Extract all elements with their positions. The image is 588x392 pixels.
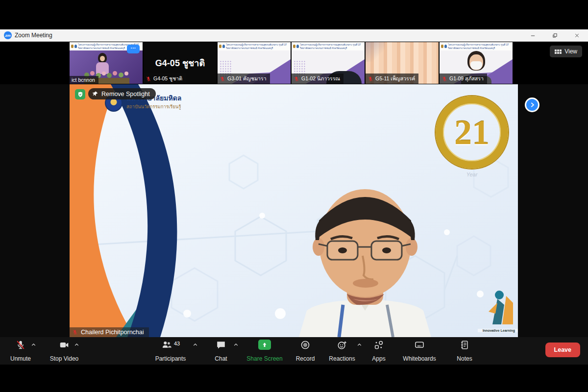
share-screen-icon — [258, 340, 271, 350]
view-button[interactable]: View — [550, 46, 582, 57]
share-screen-button[interactable]: Share Screen — [240, 340, 289, 362]
apps-icon — [373, 340, 384, 350]
video-tile[interactable]: G4-05 ชูชาติ G4-05 ชูชาติ — [144, 42, 217, 84]
pin-icon — [92, 91, 98, 97]
unmute-label: Unmute — [10, 355, 31, 362]
banner-logo-icon — [222, 45, 225, 48]
participant-name-tag: G5-11 เพ็ญสวรรค์ — [366, 74, 418, 84]
apps-label: Apps — [372, 355, 385, 362]
notes-label: Notes — [457, 355, 472, 362]
reactions-button[interactable]: Reactions — [324, 340, 360, 362]
participant-name-tag: G1-02 นิภาวรรณ — [292, 74, 343, 84]
banner-logo-icon — [444, 45, 447, 48]
window-titlebar: zm Zoom Meeting — [0, 29, 588, 42]
participant-name: G1-02 นิภาวรรณ — [301, 74, 340, 83]
reactions-label: Reactions — [329, 355, 355, 362]
notes-button[interactable]: Notes — [449, 340, 480, 362]
video-tile-presenter[interactable]: โครงการอบรมผู้บริหารการสาธารณสุขระดับกลา… — [70, 42, 143, 84]
notes-icon — [459, 340, 470, 350]
camera-icon — [59, 340, 70, 350]
meeting-window: โครงการอบรมผู้บริหารการสาธารณสุขระดับกลา… — [0, 42, 588, 365]
banner-text-line1: โครงการอบรมผู้บริหารการสาธารณสุขระดับกลา… — [226, 43, 287, 46]
slide-banner: โครงการอบรมผู้บริหารการสาธารณสุขระดับกลา… — [218, 42, 291, 50]
stop-video-label: Stop Video — [50, 355, 79, 362]
video-filmstrip: โครงการอบรมผู้บริหารการสาธารณสุขระดับกลา… — [0, 42, 588, 84]
participant-name: G5-11 เพ็ญสวรรค์ — [375, 74, 415, 83]
chat-options-chevron[interactable] — [233, 341, 241, 349]
slide-banner: โครงการอบรมผู้บริหารการสาธารณสุขระดับกลา… — [440, 42, 513, 50]
filmstrip-next-page-button[interactable] — [525, 98, 539, 112]
participant-name: G1-09 สุภัสสรา — [449, 74, 484, 83]
chat-icon — [216, 340, 226, 350]
video-options-chevron[interactable] — [74, 341, 81, 349]
apps-button[interactable]: Apps — [363, 340, 394, 362]
participant-name: G3-01 คัญชมารา — [227, 74, 267, 83]
zoom-app-icon: zm — [4, 31, 12, 39]
remove-spotlight-label: Remove Spotlight — [101, 91, 150, 98]
participants-button[interactable]: 43 Participants — [147, 340, 194, 362]
speaker-name-tag: Chailerd Pichitpornchai — [70, 327, 149, 337]
speaker-name: Chailerd Pichitpornchai — [81, 329, 144, 336]
mic-muted-icon — [368, 76, 373, 82]
banner-logo-icon — [71, 45, 74, 48]
gallery-view-icon — [555, 49, 562, 54]
banner-text-line1: โครงการอบรมผู้บริหารการสาธารณสุขระดับกลา… — [448, 43, 509, 46]
record-icon — [300, 340, 311, 350]
participant-name: G4-05 ชูชาติ — [153, 74, 182, 83]
banner-logo-icon — [441, 45, 443, 48]
presenter-face — [100, 56, 105, 61]
participants-options-chevron[interactable] — [192, 341, 200, 349]
banner-text-line1: โครงการอบรมผู้บริหารการสาธารณสุขระดับกลา… — [300, 43, 361, 46]
banner-logo-icon — [219, 45, 221, 48]
slide-banner: โครงการอบรมผู้บริหารการสาธารณสุขระดับกลา… — [292, 42, 365, 50]
remove-spotlight-button[interactable]: Remove Spotlight — [88, 88, 156, 99]
minimize-button[interactable] — [522, 29, 544, 41]
participant-name-tag: ict bcnnon — [70, 76, 98, 84]
leave-button[interactable]: Leave — [545, 343, 580, 357]
video-tile[interactable]: G5-11 เพ็ญสวรรค์ — [366, 42, 439, 84]
banner-text-line2: วิทยาลัยพยาบาลบรมราชชนนี จังหวัดนนทบุรี — [300, 47, 361, 49]
participants-icon — [161, 340, 172, 350]
banner-text-line2: วิทยาลัยพยาบาลบรมราชชนนี จังหวัดนนทบุรี — [226, 47, 287, 49]
participant-name-tag: G4-05 ชูชาติ — [144, 74, 186, 84]
mic-muted-icon — [146, 76, 151, 82]
record-button[interactable]: Record — [290, 340, 321, 362]
restore-button[interactable] — [544, 29, 566, 41]
whiteboards-button[interactable]: Whiteboards — [398, 340, 441, 362]
participant-name-tag: G1-09 สุภัสสรา — [440, 74, 487, 84]
participant-name: ict bcnnon — [72, 77, 95, 83]
close-button[interactable] — [566, 29, 588, 41]
share-screen-label: Share Screen — [246, 355, 282, 362]
video-tile[interactable]: โครงการอบรมผู้บริหารการสาธารณสุขระดับกลา… — [440, 42, 513, 84]
tile-more-options-button[interactable]: ··· — [127, 45, 140, 53]
participants-label: Participants — [155, 355, 186, 362]
participant-display-name: G4-05 ชูชาติ — [155, 56, 205, 70]
banner-logo-icon — [293, 45, 295, 48]
participant-name-tag: G3-01 คัญชมารา — [218, 74, 270, 84]
mic-muted-icon — [294, 76, 299, 82]
anniversary-badge: 21 — [433, 93, 511, 172]
speaker-portrait — [284, 182, 446, 337]
encryption-shield-icon[interactable] — [75, 89, 85, 99]
meeting-toolbar: Unmute Stop Video 43 Participants Chat S… — [0, 337, 588, 365]
audio-options-chevron[interactable] — [30, 341, 38, 349]
chat-button[interactable]: Chat — [205, 340, 237, 362]
innovative-learning-logo: Innovative Learning — [478, 290, 518, 333]
mic-muted-icon — [72, 329, 78, 335]
window-title: Zoom Meeting — [15, 32, 52, 39]
mic-muted-icon — [220, 76, 225, 82]
anniversary-number: 21 — [433, 93, 511, 172]
mic-muted-icon — [441, 76, 447, 82]
institute-name: สถาบันนวัตกรรมการเรียนรู้ — [126, 103, 181, 110]
reactions-icon — [337, 340, 347, 350]
whiteboard-icon — [414, 340, 425, 350]
spotlight-video[interactable]: มหาวิทยาลัยมหิดล สถาบันนวัตกรรมการเรียนร… — [70, 84, 518, 337]
video-tile[interactable]: โครงการอบรมผู้บริหารการสาธารณสุขระดับกลา… — [292, 42, 365, 84]
curtain-shadow — [366, 42, 385, 62]
mic-muted-icon — [15, 340, 26, 350]
banner-text-line2: วิทยาลัยพยาบาลบรมราชชนนี จังหวัดนนทบุรี — [448, 47, 509, 49]
view-label: View — [564, 48, 577, 55]
anniversary-caption: Year — [433, 172, 511, 177]
video-tile[interactable]: โครงการอบรมผู้บริหารการสาธารณสุขระดับกลา… — [218, 42, 291, 84]
participants-count-badge: 43 — [174, 341, 180, 346]
